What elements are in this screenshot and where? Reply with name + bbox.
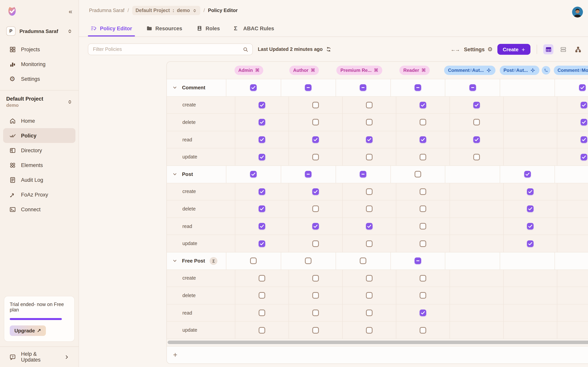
permission-checkbox-unchecked[interactable] xyxy=(366,275,372,282)
permission-checkbox-checked[interactable] xyxy=(250,171,257,178)
permission-checkbox-unchecked[interactable] xyxy=(366,119,372,126)
workspace-selector[interactable]: P Pradumna Saraf xyxy=(0,23,78,40)
permission-checkbox-checked[interactable] xyxy=(527,206,534,212)
permission-checkbox-checked[interactable] xyxy=(259,206,265,212)
permission-checkbox-checked[interactable] xyxy=(259,154,265,160)
permission-checkbox-unchecked[interactable] xyxy=(415,171,421,178)
permission-checkbox-checked[interactable] xyxy=(259,119,265,126)
permission-checkbox-unchecked[interactable] xyxy=(259,292,265,299)
chevron-down-icon[interactable] xyxy=(172,85,177,90)
permission-checkbox-unchecked[interactable] xyxy=(312,206,319,212)
permission-checkbox-checked[interactable] xyxy=(473,102,480,108)
help-updates-button[interactable]: ? Help & Updates xyxy=(0,346,78,367)
resource-role-chip-post-aut-[interactable]: Post#Aut... xyxy=(500,66,539,75)
permission-checkbox-indeterminate[interactable] xyxy=(305,171,311,178)
breadcrumb-workspace[interactable]: Pradumna Saraf xyxy=(89,8,124,13)
permission-checkbox-checked[interactable] xyxy=(366,223,372,230)
permission-checkbox-unchecked[interactable] xyxy=(420,119,426,126)
permission-checkbox-checked[interactable] xyxy=(581,119,587,126)
permission-checkbox-unchecked[interactable] xyxy=(312,119,319,126)
permission-checkbox-checked[interactable] xyxy=(312,136,319,143)
permission-checkbox-checked[interactable] xyxy=(524,171,531,178)
chevron-down-icon[interactable] xyxy=(172,258,177,263)
role-chip-author[interactable]: Author⌘ xyxy=(289,66,319,75)
chevron-down-icon[interactable] xyxy=(172,172,177,177)
permission-checkbox-unchecked[interactable] xyxy=(360,258,366,264)
permission-checkbox-unchecked[interactable] xyxy=(305,258,311,264)
permission-checkbox-checked[interactable] xyxy=(527,240,534,247)
sidebar-item-projects[interactable]: Projects xyxy=(3,42,76,57)
permission-checkbox-unchecked[interactable] xyxy=(312,154,319,160)
sidebar-item-policy[interactable]: Policy xyxy=(3,128,76,143)
permission-checkbox-unchecked[interactable] xyxy=(420,275,426,282)
permission-checkbox-unchecked[interactable] xyxy=(366,102,372,108)
create-button[interactable]: Create+ xyxy=(497,44,530,55)
permission-checkbox-unchecked[interactable] xyxy=(420,154,426,160)
tab-roles[interactable]: Roles xyxy=(196,25,220,36)
scrollbar-thumb[interactable] xyxy=(168,341,588,344)
permission-checkbox-indeterminate[interactable] xyxy=(415,84,421,91)
permission-checkbox-checked[interactable] xyxy=(366,136,372,143)
permission-checkbox-unchecked[interactable] xyxy=(366,292,372,299)
permission-checkbox-unchecked[interactable] xyxy=(366,309,372,316)
permission-checkbox-unchecked[interactable] xyxy=(473,154,480,160)
permission-checkbox-unchecked[interactable] xyxy=(259,275,265,282)
tab-abac-rules[interactable]: ΣABAC Rules xyxy=(234,25,274,36)
permission-checkbox-unchecked[interactable] xyxy=(312,309,319,316)
permission-checkbox-checked[interactable] xyxy=(581,154,587,160)
permission-checkbox-checked[interactable] xyxy=(420,309,426,316)
sidebar-item-foaz-proxy[interactable]: FoAz Proxy xyxy=(3,187,76,202)
breadcrumb-project-selector[interactable]: Default Project : demo xyxy=(132,6,200,15)
add-resource-button[interactable]: + xyxy=(173,351,177,359)
permission-checkbox-checked[interactable] xyxy=(312,223,319,230)
permission-checkbox-unchecked[interactable] xyxy=(420,327,426,334)
permission-checkbox-unchecked[interactable] xyxy=(473,119,480,126)
permission-checkbox-unchecked[interactable] xyxy=(312,240,319,247)
permission-checkbox-checked[interactable] xyxy=(259,188,265,195)
permission-checkbox-checked[interactable] xyxy=(581,136,587,143)
permission-checkbox-checked[interactable] xyxy=(259,136,265,143)
permission-checkbox-unchecked[interactable] xyxy=(420,188,426,195)
permission-checkbox-unchecked[interactable] xyxy=(312,102,319,108)
permission-checkbox-unchecked[interactable] xyxy=(312,327,319,334)
permission-checkbox-unchecked[interactable] xyxy=(420,223,426,230)
permission-checkbox-checked[interactable] xyxy=(420,136,426,143)
permission-checkbox-unchecked[interactable] xyxy=(420,240,426,247)
permission-checkbox-unchecked[interactable] xyxy=(250,258,257,264)
upgrade-button[interactable]: Upgrade ↗ xyxy=(10,325,46,336)
permission-checkbox-unchecked[interactable] xyxy=(366,206,372,212)
resource-role-chip-comment-aut-[interactable]: Comment#Aut... xyxy=(444,66,495,75)
permission-checkbox-unchecked[interactable] xyxy=(366,327,372,334)
table-view-button[interactable] xyxy=(543,44,553,54)
permission-checkbox-checked[interactable] xyxy=(473,136,480,143)
resource-role-chip-comment-mod-[interactable]: Comment#Mod... xyxy=(553,66,588,75)
permission-checkbox-unchecked[interactable] xyxy=(259,327,265,334)
permission-checkbox-checked[interactable] xyxy=(259,102,265,108)
permission-checkbox-indeterminate[interactable] xyxy=(415,258,421,264)
list-view-button[interactable] xyxy=(558,44,568,54)
permission-checkbox-indeterminate[interactable] xyxy=(469,84,476,91)
permission-checkbox-unchecked[interactable] xyxy=(312,275,319,282)
permission-checkbox-indeterminate[interactable] xyxy=(360,84,366,91)
permission-checkbox-checked[interactable] xyxy=(259,223,265,230)
permission-checkbox-unchecked[interactable] xyxy=(259,309,265,316)
sidebar-collapse-icon[interactable]: « xyxy=(69,8,72,15)
permission-checkbox-unchecked[interactable] xyxy=(366,240,372,247)
policy-settings-button[interactable]: Settings ⚙ xyxy=(464,46,493,53)
role-chip-reader[interactable]: Reader⌘ xyxy=(399,66,430,75)
sidebar-item-directory[interactable]: Directory xyxy=(3,143,76,158)
filter-policies-input[interactable] xyxy=(92,46,243,52)
permission-checkbox-unchecked[interactable] xyxy=(420,292,426,299)
permission-checkbox-checked[interactable] xyxy=(259,240,265,247)
permission-checkbox-indeterminate[interactable] xyxy=(305,84,311,91)
permission-checkbox-checked[interactable] xyxy=(579,84,586,91)
permission-checkbox-unchecked[interactable] xyxy=(366,188,372,195)
permission-checkbox-checked[interactable] xyxy=(250,84,257,91)
horizontal-scrollbar[interactable] xyxy=(167,339,588,346)
permission-checkbox-unchecked[interactable] xyxy=(366,154,372,160)
permission-checkbox-checked[interactable] xyxy=(420,102,426,108)
sidebar-item-audit-log[interactable]: Audit Log xyxy=(3,172,76,187)
role-chip-admin[interactable]: Admin⌘ xyxy=(234,66,263,75)
graph-view-button[interactable] xyxy=(573,44,583,54)
role-chip-premium-re-[interactable]: Premium Re...⌘ xyxy=(337,66,382,75)
